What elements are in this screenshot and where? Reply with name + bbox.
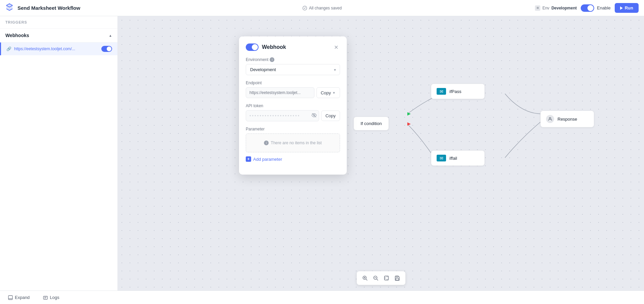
endpoint-row: Copy ▼	[246, 87, 340, 98]
webhook-item[interactable]: 🔗 https://eetestsystem.tooljet.com/...	[0, 42, 117, 55]
svg-rect-16	[8, 296, 12, 300]
workflow-canvas[interactable]: If condition ✉ ifPass ✉ iffail Response	[118, 16, 644, 291]
copy-token-button[interactable]: Copy	[321, 111, 340, 121]
collapse-icon[interactable]: ▲	[109, 34, 112, 37]
if-pass-icon: ✉	[437, 88, 446, 95]
fit-view-button[interactable]	[382, 273, 391, 283]
endpoint-input[interactable]	[246, 87, 314, 98]
no-items-text: i There are no items in the list	[264, 141, 321, 145]
enable-toggle[interactable]	[581, 4, 594, 12]
if-fail-icon: ✉	[437, 155, 446, 161]
api-token-label: API token	[246, 103, 340, 108]
modal-title: Webhook	[262, 44, 329, 50]
sidebar: TRIGGERS Webhooks ▲ 🔗 https://eetestsyst…	[0, 16, 118, 291]
if-pass-node[interactable]: ✉ ifPass	[431, 84, 485, 99]
environment-label: Environment i	[246, 57, 340, 62]
add-parameter-button[interactable]: + Add parameter	[246, 156, 282, 162]
save-status: All changes saved	[302, 6, 342, 10]
api-token-input[interactable]	[246, 111, 311, 121]
svg-rect-13	[396, 278, 399, 280]
if-condition-node[interactable]: If condition	[353, 117, 389, 130]
no-items-info-icon: i	[264, 141, 269, 145]
env-info-icon: i	[270, 57, 274, 62]
enable-toggle-wrapper: Enable	[581, 4, 610, 12]
webhook-toggle[interactable]	[101, 46, 112, 52]
triggers-section: TRIGGERS	[0, 16, 117, 29]
response-node[interactable]: Response	[540, 111, 594, 127]
token-row: Copy	[246, 110, 340, 121]
svg-marker-2	[407, 122, 411, 126]
run-button[interactable]: Run	[615, 3, 639, 13]
page-title: Send Marksheet Workflow	[18, 5, 531, 11]
svg-marker-1	[407, 112, 411, 116]
expand-button[interactable]: Expand	[5, 294, 32, 301]
add-param-icon: +	[246, 156, 251, 162]
svg-rect-18	[43, 296, 47, 299]
token-input-wrapper	[246, 110, 319, 121]
env-badge: ⊞ Env Development	[535, 5, 577, 11]
svg-line-9	[377, 279, 378, 280]
parameter-empty-area: i There are no items in the list	[246, 133, 340, 152]
svg-rect-11	[384, 276, 388, 280]
svg-line-5	[366, 279, 367, 280]
connections-svg	[118, 16, 644, 291]
save-canvas-button[interactable]	[393, 273, 402, 283]
environment-group: Environment i Development ▼	[246, 57, 340, 75]
logs-button[interactable]: Logs	[40, 294, 62, 301]
svg-rect-12	[396, 276, 398, 277]
run-icon	[620, 6, 623, 10]
zoom-out-button[interactable]	[371, 273, 380, 283]
header-actions: ⊞ Env Development Enable Run	[535, 3, 639, 13]
zoom-in-button[interactable]	[360, 273, 370, 283]
enable-label: Enable	[597, 5, 610, 10]
main-layout: TRIGGERS Webhooks ▲ 🔗 https://eetestsyst…	[0, 16, 644, 291]
modal-header: Webhook ✕	[246, 43, 340, 51]
toggle-visibility-icon[interactable]	[311, 113, 317, 119]
webhooks-header: Webhooks ▲	[0, 29, 117, 42]
webhook-modal: Webhook ✕ Environment i Development ▼ En…	[239, 36, 347, 175]
endpoint-group: Endpoint Copy ▼	[246, 81, 340, 98]
webhook-url: https://eetestsystem.tooljet.com/...	[14, 47, 99, 51]
env-icon: ⊞	[535, 5, 540, 11]
canvas-toolbar	[357, 271, 406, 285]
svg-point-3	[549, 118, 551, 119]
api-token-group: API token Copy	[246, 103, 340, 121]
modal-toggle[interactable]	[246, 43, 259, 51]
link-icon: 🔗	[6, 47, 11, 51]
logo-icon	[5, 3, 13, 13]
if-fail-node[interactable]: ✉ iffail	[431, 150, 485, 166]
app-header: Send Marksheet Workflow All changes save…	[0, 0, 644, 16]
environment-select-wrapper: Development ▼	[246, 64, 340, 75]
copy-endpoint-button[interactable]: Copy ▼	[316, 87, 340, 98]
modal-close-button[interactable]: ✕	[332, 43, 340, 51]
response-icon	[546, 115, 554, 123]
parameter-group: Parameter i There are no items in the li…	[246, 127, 340, 162]
parameter-label: Parameter	[246, 127, 340, 131]
bottom-bar: Expand Logs	[0, 291, 644, 304]
endpoint-label: Endpoint	[246, 81, 340, 85]
environment-select[interactable]: Development	[246, 64, 340, 75]
copy-chevron-icon: ▼	[332, 91, 336, 95]
